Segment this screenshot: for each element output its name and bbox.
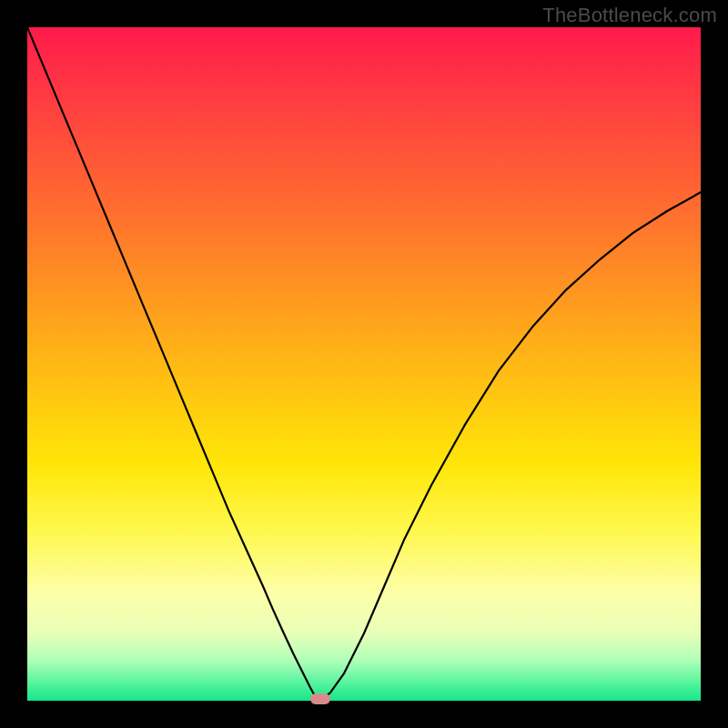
plot-area [27,27,701,701]
curve-svg [27,27,701,701]
watermark-text: TheBottleneck.com [542,4,717,27]
chart-frame: TheBottleneck.com [0,0,728,728]
bottleneck-curve [27,27,701,701]
optimal-point-marker [310,693,330,704]
